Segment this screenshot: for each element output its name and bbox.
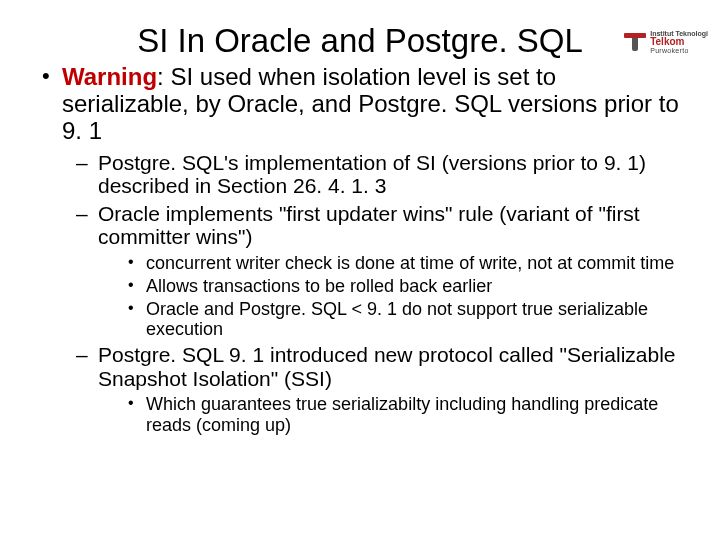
logo-t-icon (624, 33, 646, 51)
sub-ssi: Postgre. SQL 9. 1 introduced new protoco… (68, 343, 684, 434)
sub-oracle-text: Oracle implements "first updater wins" r… (98, 202, 640, 249)
bullet-warning: Warning: SI used when isolation level is… (36, 64, 684, 435)
sub3-guarantees: Which guarantees true serializabilty inc… (120, 394, 684, 434)
sub2-no-true-serial: Oracle and Postgre. SQL < 9. 1 do not su… (120, 299, 684, 339)
sub-ssi-text: Postgre. SQL 9. 1 introduced new protoco… (98, 343, 676, 390)
logo-mark (624, 33, 646, 51)
institution-logo: Institut Teknologi Telkom Purwokerto (624, 30, 708, 54)
sub2-rollback: Allows transactions to be rolled back ea… (120, 276, 684, 296)
sub2-concurrent: concurrent writer check is done at time … (120, 253, 684, 273)
slide-title: SI In Oracle and Postgre. SQL (0, 0, 720, 64)
logo-line3: Purwokerto (650, 47, 708, 54)
warning-label: Warning (62, 63, 157, 90)
logo-text: Institut Teknologi Telkom Purwokerto (650, 30, 708, 54)
logo-line2: Telkom (650, 37, 708, 47)
sub-postgre-impl: Postgre. SQL's implementation of SI (ver… (68, 151, 684, 198)
slide-body: Warning: SI used when isolation level is… (0, 64, 720, 435)
sub-oracle-rule: Oracle implements "first updater wins" r… (68, 202, 684, 340)
